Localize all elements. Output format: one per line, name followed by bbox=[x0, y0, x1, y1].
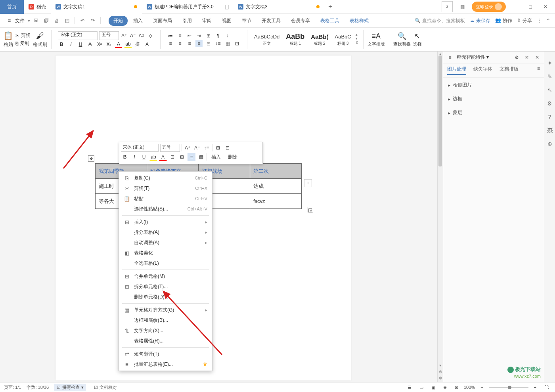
ribbon-tab-start[interactable]: 开始 bbox=[109, 16, 128, 26]
command-search[interactable]: 🔍查找命令、搜索模板 bbox=[415, 17, 465, 24]
line-spacing-button[interactable]: ↕≡ bbox=[214, 40, 222, 47]
mini-font-select[interactable]: 宋体 (正文) bbox=[121, 144, 159, 152]
ctx-paste-special[interactable]: 选择性粘贴(S)...Ctrl+Alt+V bbox=[119, 204, 212, 214]
ribbon-tab-layout[interactable]: 页面布局 bbox=[148, 16, 177, 26]
zoom-slider[interactable] bbox=[489, 387, 528, 388]
ribbon-tab-chapter[interactable]: 章节 bbox=[237, 16, 256, 26]
rp-item-similar[interactable]: ▸相似图片 bbox=[448, 82, 539, 88]
proofing-toggle[interactable]: ☑文档校对 bbox=[92, 384, 119, 391]
rp-item-border[interactable]: ▸边框 bbox=[448, 96, 539, 102]
ctx-paste[interactable]: 📋粘贴Ctrl+V bbox=[119, 193, 212, 204]
tab-pdf[interactable]: W极速PDF编辑器用户手册3.0⎕ bbox=[142, 0, 233, 14]
change-case-button[interactable]: Aa bbox=[138, 32, 145, 39]
distribute-button[interactable]: ⊟ bbox=[205, 40, 212, 47]
shrink-font-button[interactable]: A⁻ bbox=[129, 32, 136, 39]
grow-font-button[interactable]: A⁺ bbox=[121, 32, 128, 39]
strike-button[interactable]: A̶ bbox=[86, 41, 94, 48]
ribbon-tab-review[interactable]: 审阅 bbox=[197, 16, 216, 26]
shading-button[interactable]: ▦ bbox=[224, 40, 231, 47]
italic-button[interactable]: I bbox=[67, 41, 75, 48]
status-page[interactable]: 页面: 1/1 bbox=[4, 384, 21, 390]
copy-button[interactable]: ⎘复制 bbox=[15, 40, 31, 47]
cut-button[interactable]: ✂剪切 bbox=[15, 32, 31, 39]
tab-home[interactable]: 首页 bbox=[0, 0, 24, 14]
mini-bold[interactable]: B bbox=[121, 153, 129, 161]
font-size-select[interactable]: 五号 bbox=[99, 31, 119, 40]
qat-save[interactable]: 🖫 bbox=[32, 16, 40, 25]
text-layout-button[interactable]: ≡A文字排版 bbox=[367, 32, 385, 47]
qat-redo[interactable]: ↷ bbox=[88, 16, 97, 25]
ctx-select-all[interactable]: 全选表格(L) bbox=[119, 258, 212, 268]
side-image-icon[interactable]: 🖼 bbox=[546, 127, 553, 134]
scroll-thumb[interactable] bbox=[438, 55, 442, 166]
qat-print[interactable]: 🖨 bbox=[52, 16, 61, 25]
close-panel-icon[interactable]: ✕ bbox=[534, 54, 541, 61]
more-icon[interactable]: ⋮ bbox=[537, 18, 542, 23]
mini-border[interactable]: ⊡ bbox=[168, 153, 176, 161]
ctx-autofit[interactable]: 自动调整(A)▸ bbox=[119, 237, 212, 248]
apps-icon[interactable]: ▦ bbox=[457, 1, 468, 12]
side-help-icon[interactable]: ? bbox=[546, 113, 553, 120]
ctx-split-table[interactable]: 拆分表格(A)▸ bbox=[119, 227, 212, 237]
mini-delete-table-icon[interactable]: ⊟ bbox=[224, 144, 232, 152]
rp-menu-icon[interactable]: ≡ bbox=[446, 54, 454, 61]
tab-doc1[interactable]: W文字文稿1 bbox=[51, 0, 142, 14]
menu-icon[interactable]: ≡ bbox=[5, 16, 13, 25]
unsaved-indicator[interactable]: ☁未保存 bbox=[470, 17, 490, 24]
find-replace-button[interactable]: 🔍查找替换 bbox=[393, 32, 411, 47]
vertical-scrollbar[interactable]: ▴ ▾ ⊘ ⊕ bbox=[437, 52, 443, 382]
close-button[interactable]: ✕ bbox=[540, 1, 551, 12]
mini-insert-table-icon[interactable]: ⊞ bbox=[214, 144, 222, 152]
ribbon-tab-tablestyle[interactable]: 表格样式 bbox=[345, 16, 373, 26]
maximize-button[interactable]: ◻ bbox=[525, 1, 536, 12]
borders-button[interactable]: ⊞ bbox=[205, 32, 212, 39]
ctx-copy[interactable]: ⎘复制(C)Ctrl+C bbox=[119, 173, 212, 183]
styles-gallery[interactable]: AaBbCcDd正文 AaBb标题 1 AaBb(标题 2 AaBbC标题 3 … bbox=[251, 32, 359, 48]
minimize-button[interactable]: — bbox=[510, 1, 521, 12]
view-mode-web[interactable]: ⊕ bbox=[441, 384, 449, 391]
rp-tab-image[interactable]: 图片处理 bbox=[447, 66, 466, 75]
grid-icon[interactable]: 3 bbox=[442, 1, 453, 12]
mini-italic[interactable]: I bbox=[130, 153, 138, 161]
mini-font-color[interactable]: A bbox=[159, 153, 167, 161]
mini-merge[interactable]: ⊞ bbox=[178, 153, 186, 161]
mini-size-select[interactable]: 五号 bbox=[160, 144, 180, 152]
align-center-button[interactable]: ≡ bbox=[176, 40, 184, 47]
login-button[interactable]: 立即登录 bbox=[472, 2, 506, 12]
align-right-button[interactable]: ≡ bbox=[186, 40, 193, 47]
table-cell[interactable]: 第二次 bbox=[250, 164, 302, 179]
ribbon-tab-view[interactable]: 视图 bbox=[217, 16, 236, 26]
qat-saveas[interactable]: 🗐 bbox=[42, 16, 51, 25]
fit-button[interactable]: ⛶ bbox=[542, 384, 551, 390]
style-h3[interactable]: AaBbC标题 3 bbox=[332, 32, 354, 48]
zoom-level[interactable]: 100% bbox=[464, 385, 475, 390]
side-cursor-icon[interactable]: ↖ bbox=[546, 86, 553, 94]
side-ai-icon[interactable]: ✦ bbox=[546, 59, 553, 67]
select-button[interactable]: ↖选择 bbox=[413, 32, 422, 47]
indent-inc-button[interactable]: ⇥ bbox=[195, 32, 203, 39]
mini-grow-font[interactable]: A⁺ bbox=[184, 144, 191, 152]
sort-button[interactable]: ↕ bbox=[224, 32, 231, 39]
view-mode-read[interactable]: ▣ bbox=[429, 384, 438, 391]
table-cell[interactable]: fscvz bbox=[250, 194, 302, 209]
zoom-in-button[interactable]: + bbox=[532, 384, 539, 390]
subscript-button[interactable]: X₂ bbox=[105, 41, 113, 48]
rp-tab-fonts[interactable]: 缺失字体 bbox=[473, 66, 492, 75]
side-tools-icon[interactable]: ⊕ bbox=[546, 140, 553, 147]
view-mode-fullwidth[interactable]: ⊡ bbox=[452, 384, 461, 391]
document-area[interactable]: ✥ 我第四季款 粉色赤峰市在 打扫战场 第二次 施工时 出 达成 等各大 fsc… bbox=[0, 52, 437, 382]
qat-preview[interactable]: ◰ bbox=[63, 16, 71, 25]
side-settings-icon[interactable]: ⚙ bbox=[546, 100, 553, 107]
close-icon[interactable]: ⎕ bbox=[225, 4, 228, 10]
clear-format-button[interactable]: ◇ bbox=[147, 32, 154, 39]
format-painter-button[interactable]: 🖌格式刷 bbox=[33, 31, 47, 48]
side-pen-icon[interactable]: ✎ bbox=[546, 73, 553, 80]
tab-doc3[interactable]: W文字文稿3 bbox=[233, 0, 324, 14]
tab-button[interactable]: ¶ bbox=[214, 32, 222, 39]
bold-button[interactable]: B bbox=[58, 41, 65, 48]
mini-insert-button[interactable]: 插入 bbox=[209, 153, 224, 161]
scroll-down-button[interactable]: ▾ bbox=[438, 363, 443, 369]
ctx-batch-summary[interactable]: ≡批量汇总表格(E)...♛ bbox=[119, 359, 212, 369]
qat-undo[interactable]: ↶ bbox=[78, 16, 87, 25]
table-cell[interactable]: 达成 bbox=[250, 179, 302, 194]
